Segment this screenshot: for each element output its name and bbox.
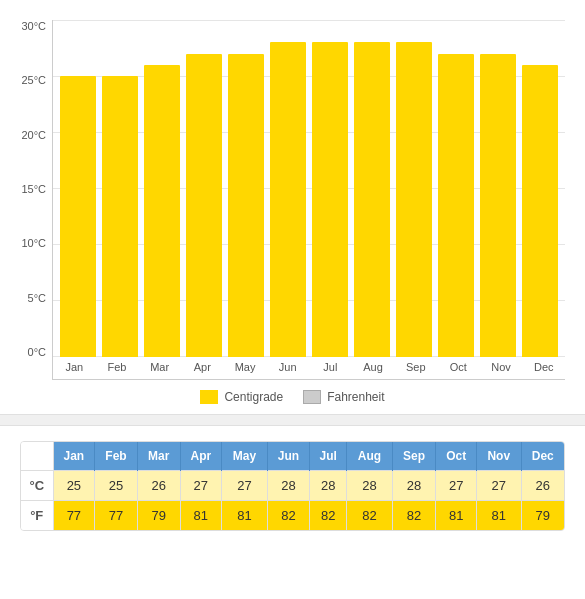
table-col-header: Apr — [180, 442, 222, 471]
bars-row — [53, 20, 565, 357]
bar-centigrade — [102, 76, 138, 357]
table-cell-centigrade: 27 — [477, 471, 522, 501]
bar-group — [57, 20, 99, 357]
table-col-header: Jun — [267, 442, 310, 471]
table-cell-centigrade: 25 — [95, 471, 138, 501]
bar-centigrade — [144, 65, 180, 357]
bar-centigrade — [480, 54, 516, 357]
divider — [0, 414, 585, 426]
table-col-header: May — [222, 442, 267, 471]
y-axis-label: 5°C — [20, 292, 52, 304]
table-container: JanFebMarAprMayJunJulAugSepOctNovDec °C2… — [20, 441, 565, 531]
x-axis-label: Sep — [394, 357, 437, 379]
table-header-row: JanFebMarAprMayJunJulAugSepOctNovDec — [21, 442, 564, 471]
legend-fahrenheit: Fahrenheit — [303, 390, 384, 404]
table-row-fahrenheit: °F777779818182828282818179 — [21, 501, 564, 531]
table-body: °C252526272728282828272726°F777779818182… — [21, 471, 564, 531]
bar-centigrade — [186, 54, 222, 357]
x-labels: JanFebMarAprMayJunJulAugSepOctNovDec — [53, 357, 565, 379]
x-axis-label: Nov — [480, 357, 523, 379]
table-cell-centigrade: 26 — [521, 471, 564, 501]
table-col-header: Jan — [53, 442, 95, 471]
bar-group — [99, 20, 141, 357]
table-col-header: Sep — [392, 442, 436, 471]
table-cell-fahrenheit: 82 — [267, 501, 310, 531]
x-axis-label: May — [224, 357, 267, 379]
table-cell-centigrade: 27 — [436, 471, 477, 501]
bar-centigrade — [354, 42, 390, 357]
chart-container: 0°C5°C10°C15°C20°C25°C30°C JanFebMarAprM… — [0, 0, 585, 414]
table-cell-fahrenheit: 82 — [310, 501, 347, 531]
y-axis-label: 0°C — [20, 346, 52, 358]
table-cell-centigrade: 27 — [180, 471, 222, 501]
bar-centigrade — [438, 54, 474, 357]
bars-and-grid: JanFebMarAprMayJunJulAugSepOctNovDec — [52, 20, 565, 380]
x-axis-label: Jul — [309, 357, 352, 379]
table-cell-fahrenheit: 82 — [392, 501, 436, 531]
y-axis: 0°C5°C10°C15°C20°C25°C30°C — [20, 20, 52, 380]
legend: Centigrade Fahrenheit — [20, 390, 565, 404]
x-axis-label: Apr — [181, 357, 224, 379]
bar-group — [309, 20, 351, 357]
table-cell-centigrade: 28 — [267, 471, 310, 501]
chart-area: 0°C5°C10°C15°C20°C25°C30°C JanFebMarAprM… — [20, 20, 565, 380]
bar-group — [267, 20, 309, 357]
table-col-header: Dec — [521, 442, 564, 471]
bar-group — [477, 20, 519, 357]
legend-centigrade-box — [200, 390, 218, 404]
table-cell-fahrenheit: 77 — [53, 501, 95, 531]
table-cell-fahrenheit: 81 — [436, 501, 477, 531]
table-cell-fahrenheit: 82 — [347, 501, 392, 531]
table-cell-fahrenheit: 81 — [222, 501, 267, 531]
x-axis-label: Aug — [352, 357, 395, 379]
table-cell-centigrade: 27 — [222, 471, 267, 501]
x-axis-label: Mar — [138, 357, 181, 379]
table-header-empty — [21, 442, 53, 471]
y-axis-label: 30°C — [20, 20, 52, 32]
chart-inner: 0°C5°C10°C15°C20°C25°C30°C JanFebMarAprM… — [20, 20, 565, 380]
table-col-header: Aug — [347, 442, 392, 471]
bar-centigrade — [60, 76, 96, 357]
table-cell-centigrade: 25 — [53, 471, 95, 501]
table-cell-fahrenheit: 79 — [137, 501, 180, 531]
table-cell-centigrade: 28 — [392, 471, 436, 501]
table-cell-centigrade: 28 — [310, 471, 347, 501]
bar-group — [393, 20, 435, 357]
legend-fahrenheit-label: Fahrenheit — [327, 390, 384, 404]
table-col-header: Oct — [436, 442, 477, 471]
table-cell-centigrade: 26 — [137, 471, 180, 501]
bar-centigrade — [270, 42, 306, 357]
table-cell-fahrenheit: 79 — [521, 501, 564, 531]
legend-centigrade: Centigrade — [200, 390, 283, 404]
bar-centigrade — [228, 54, 264, 357]
table-cell-centigrade: 28 — [347, 471, 392, 501]
x-axis-label: Oct — [437, 357, 480, 379]
bar-group — [183, 20, 225, 357]
row-label-centigrade: °C — [21, 471, 53, 501]
bar-group — [141, 20, 183, 357]
y-axis-label: 10°C — [20, 237, 52, 249]
bar-group — [351, 20, 393, 357]
legend-centigrade-label: Centigrade — [224, 390, 283, 404]
x-axis-label: Feb — [96, 357, 139, 379]
table-cell-fahrenheit: 81 — [180, 501, 222, 531]
bar-centigrade — [312, 42, 348, 357]
legend-fahrenheit-box — [303, 390, 321, 404]
bar-centigrade — [522, 65, 558, 357]
bar-group — [225, 20, 267, 357]
row-label-fahrenheit: °F — [21, 501, 53, 531]
table-cell-fahrenheit: 77 — [95, 501, 138, 531]
table-col-header: Nov — [477, 442, 522, 471]
table-col-header: Mar — [137, 442, 180, 471]
x-axis-label: Dec — [522, 357, 565, 379]
table-col-header: Jul — [310, 442, 347, 471]
y-axis-label: 25°C — [20, 74, 52, 86]
y-axis-label: 20°C — [20, 129, 52, 141]
bar-group — [435, 20, 477, 357]
x-axis-label: Jan — [53, 357, 96, 379]
table-col-header: Feb — [95, 442, 138, 471]
x-axis-label: Jun — [266, 357, 309, 379]
bar-centigrade — [396, 42, 432, 357]
table-cell-fahrenheit: 81 — [477, 501, 522, 531]
y-axis-label: 15°C — [20, 183, 52, 195]
